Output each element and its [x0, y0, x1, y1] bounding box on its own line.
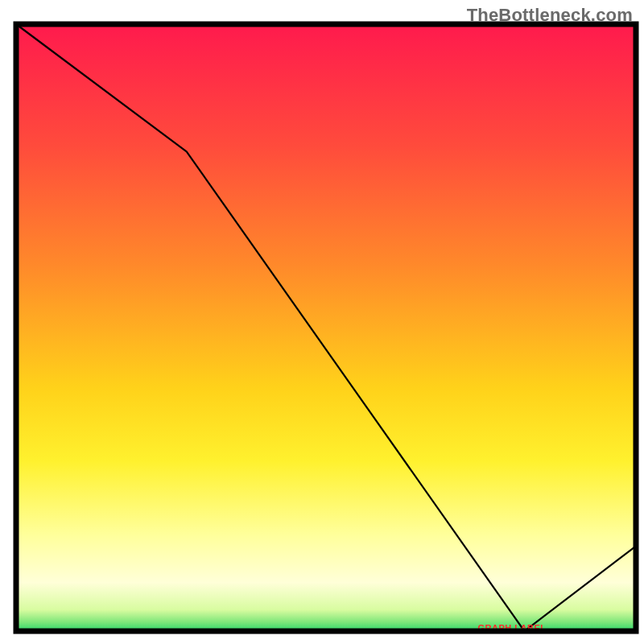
bottleneck-chart: GRAPH LABEL	[0, 0, 644, 644]
chart-stage: TheBottleneck.com GRAPH LABEL	[0, 0, 644, 644]
watermark-text: TheBottleneck.com	[467, 5, 633, 26]
plot-background	[16, 24, 636, 631]
